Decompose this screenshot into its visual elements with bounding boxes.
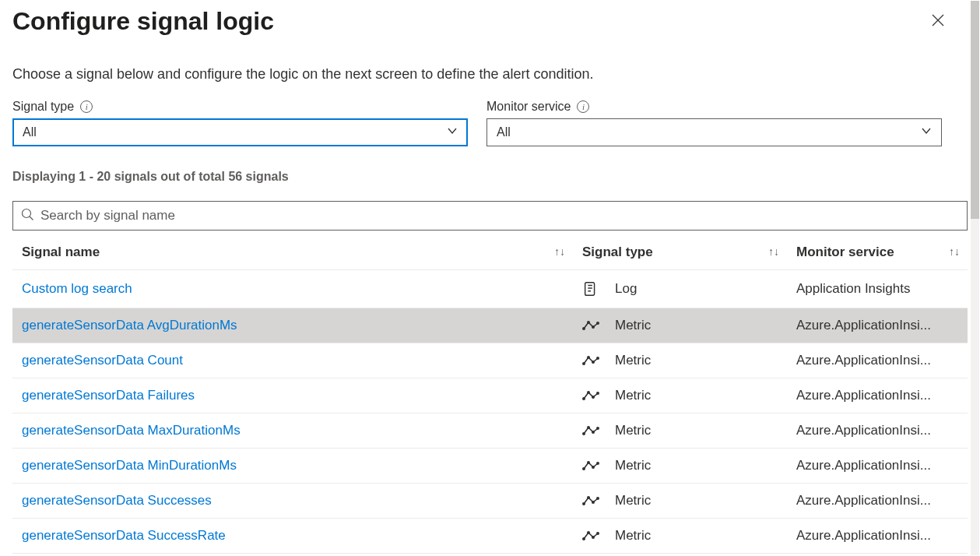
monitor-service-text: Azure.ApplicationInsi... (796, 388, 948, 403)
signal-link[interactable]: generateSensorData MinDurationMs (22, 458, 237, 473)
signal-link[interactable]: generateSensorData MaxDurationMs (22, 423, 241, 438)
table-row[interactable]: generateSensorData SuccessRateMetricAzur… (12, 519, 968, 554)
signal-type-text: Metric (615, 318, 651, 333)
page-title: Configure signal logic (12, 6, 274, 36)
metric-icon (582, 354, 599, 367)
table-row[interactable]: generateSensorData MinDurationMsMetricAz… (12, 449, 968, 484)
table-row[interactable]: generateSensorData AvgDurationMsMetricAz… (12, 308, 968, 343)
metric-icon (582, 530, 599, 542)
monitor-service-value: All (497, 125, 511, 139)
signal-type-text: Metric (615, 423, 651, 438)
signal-type-text: Log (615, 281, 637, 297)
signal-type-text: Metric (615, 528, 651, 544)
search-box[interactable] (12, 201, 968, 230)
info-icon[interactable]: i (577, 100, 589, 113)
search-icon (21, 208, 34, 224)
table-row[interactable]: Custom log searchLogApplication Insights (12, 270, 968, 308)
signal-link[interactable]: generateSensorData Failures (22, 388, 195, 403)
monitor-service-text: Azure.ApplicationInsi... (796, 458, 948, 473)
signal-type-text: Metric (615, 493, 651, 508)
svg-point-0 (23, 209, 31, 217)
monitor-service-text: Azure.ApplicationInsi... (796, 318, 948, 333)
table-row[interactable]: generateSensorData CountMetricAzure.Appl… (12, 343, 968, 378)
column-header-name[interactable]: Signal name ↑↓ (12, 234, 573, 270)
monitor-service-label: Monitor service (486, 100, 571, 114)
monitor-service-text: Azure.ApplicationInsi... (796, 423, 948, 438)
sort-icon: ↑↓ (949, 245, 960, 258)
log-icon (582, 280, 599, 298)
close-button[interactable] (924, 6, 952, 37)
signal-type-value: All (23, 125, 37, 139)
metric-icon (582, 424, 599, 437)
scrollbar-track[interactable] (971, 1, 979, 555)
chevron-down-icon (447, 125, 458, 139)
info-icon[interactable]: i (80, 100, 93, 113)
signal-link[interactable]: generateSensorData AvgDurationMs (22, 318, 237, 333)
chevron-down-icon (921, 125, 932, 139)
table-row[interactable]: generateSensorData FailuresMetricAzure.A… (12, 378, 968, 413)
signal-type-label: Signal type (12, 100, 74, 114)
close-icon (930, 19, 946, 30)
signal-type-text: Metric (615, 388, 651, 403)
metric-icon (582, 459, 599, 472)
signal-link[interactable]: generateSensorData Successes (22, 493, 212, 508)
scrollbar-thumb[interactable] (971, 1, 979, 219)
signal-type-dropdown[interactable]: All (12, 118, 468, 146)
metric-icon (582, 494, 599, 507)
signal-link[interactable]: Custom log search (22, 281, 132, 296)
metric-icon (582, 389, 599, 402)
monitor-service-text: Azure.ApplicationInsi... (796, 528, 948, 544)
signal-type-text: Metric (615, 458, 651, 473)
metric-icon (582, 319, 599, 332)
signals-table: Signal name ↑↓ Signal type ↑↓ Monitor se… (12, 234, 968, 554)
search-input[interactable] (40, 208, 959, 223)
sort-icon: ↑↓ (554, 245, 565, 258)
result-count-text: Displaying 1 - 20 signals out of total 5… (12, 170, 968, 184)
monitor-service-text: Azure.ApplicationInsi... (796, 353, 948, 368)
signal-link[interactable]: generateSensorData SuccessRate (22, 528, 226, 543)
signal-link[interactable]: generateSensorData Count (22, 353, 183, 368)
monitor-service-text: Application Insights (796, 281, 948, 297)
column-header-type[interactable]: Signal type ↑↓ (573, 234, 787, 270)
monitor-service-dropdown[interactable]: All (486, 118, 942, 146)
sort-icon: ↑↓ (768, 245, 779, 258)
table-row[interactable]: generateSensorData MaxDurationMsMetricAz… (12, 413, 968, 449)
signal-type-text: Metric (615, 353, 651, 368)
monitor-service-text: Azure.ApplicationInsi... (796, 493, 948, 508)
description-text: Choose a signal below and configure the … (12, 66, 968, 83)
table-row[interactable]: generateSensorData SuccessesMetricAzure.… (12, 484, 968, 519)
column-header-service[interactable]: Monitor service ↑↓ (787, 234, 968, 270)
